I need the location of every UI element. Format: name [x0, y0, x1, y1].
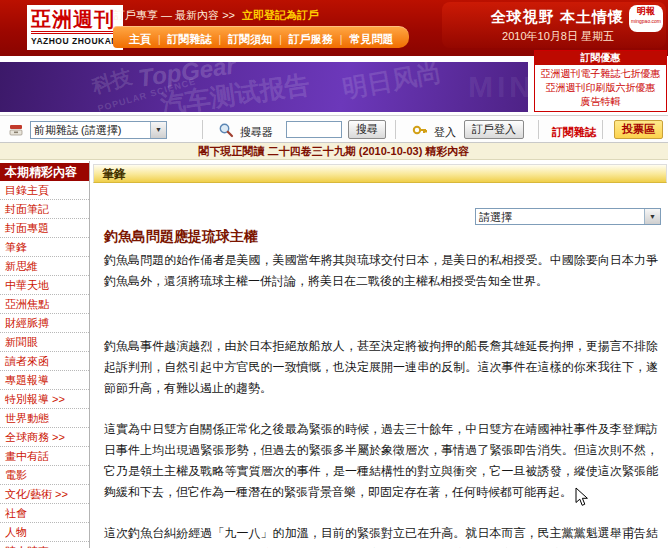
sidebar-item-movies[interactable]: 電影	[0, 466, 89, 485]
article-paragraph: 釣魚島問題的始作俑者是美國，美國當年將其與琉球交付日本，是美日的私相授受。中國除…	[104, 250, 658, 292]
article-body: 釣魚島問題的始作俑者是美國，美國當年將其與琉球交付日本，是美日的私相授受。中國除…	[104, 250, 658, 548]
article-select-value: 請選擇	[476, 209, 644, 224]
issue-index-sidebar: 本期精彩內容 目錄主頁 封面筆記 封面專題 筆鋒 新思維 中華天地 亞洲焦點 財…	[0, 161, 90, 548]
site-header: 全球視野 本土情懷 2010年10月8日 星期五 明報 mingpao.com …	[0, 0, 668, 56]
article-paragraph: 這實為中日雙方自關係正常化之後最為緊張的時候，過去三十餘年，中日雙方在靖國神社事…	[104, 419, 658, 503]
nav-subscriber-services[interactable]: 訂戶服務	[289, 33, 333, 45]
archive-icon	[8, 122, 24, 138]
site-logo-chinese: 亞洲週刊	[31, 7, 119, 34]
search-icon	[218, 122, 234, 138]
sidebar-item-special-report[interactable]: 特別報導 >>	[0, 390, 89, 409]
sidebar-item-china-world[interactable]: 中華天地	[0, 276, 89, 295]
previous-issues-select[interactable]: 前期雜誌 (請選擇) ▼	[30, 121, 167, 139]
mingpao-logo[interactable]: 明報 mingpao.com	[629, 5, 663, 32]
current-date: 2010年10月8日 星期五	[502, 29, 614, 44]
sidebar-item-picture-talk[interactable]: 畫中有話	[0, 447, 89, 466]
article-paragraph: 這次釣魚台糾紛經過「九一八」的加溫，目前的緊張對立已在升高。就日本而言，民主黨黨…	[104, 523, 658, 548]
sidebar-item-culture-art[interactable]: 文化/藝術 >>	[0, 485, 89, 504]
site-slogan: 全球視野 本土情懷	[491, 8, 624, 27]
article-title: 釣魚島問題應提琉球主權	[104, 228, 258, 246]
sidebar-item-contents-home[interactable]: 目錄主頁	[0, 181, 89, 200]
site-logo[interactable]: 亞洲週刊 YAZHOU ZHOUKAN	[27, 5, 123, 50]
slogan-panel: 全球視野 本土情懷 2010年10月8日 星期五 明報 mingpao.com	[442, 2, 666, 48]
chevron-down-icon: ▼	[150, 122, 166, 138]
nav-home[interactable]: 主頁	[129, 33, 151, 45]
sidebar-item-current-affairs[interactable]: 時人時事	[0, 542, 89, 548]
banner-watermark: MING	[468, 70, 528, 104]
subscriber-promo-line: 訂戶專享 — 最新內容 >> 立即登記為訂戶	[114, 8, 319, 23]
site-logo-english: YAZHOU ZHOUKAN	[31, 36, 119, 46]
search-input[interactable]	[286, 121, 342, 138]
promo-link-ad-special[interactable]: 廣告特輯	[535, 95, 666, 109]
sidebar-item-cover-story[interactable]: 封面專題	[0, 219, 89, 238]
chevron-down-icon: ▼	[644, 209, 660, 224]
ad-banner[interactable]: 科技 POPULAR SCIENCE TopGear 汽车测试报告 明日风尚 M…	[0, 62, 528, 112]
toolbar-divider	[202, 120, 203, 139]
sidebar-item-readers-letters[interactable]: 讀者來函	[0, 352, 89, 371]
search-button[interactable]: 搜尋	[348, 120, 386, 139]
promo-box-title: 訂閱優惠	[535, 51, 666, 65]
vote-area-button[interactable]: 投票區	[614, 120, 663, 139]
banner-watermark: 明日风尚	[340, 62, 444, 105]
subscribe-magazine-link[interactable]: 訂閱雜誌	[552, 125, 596, 140]
sidebar-title: 本期精彩內容	[0, 163, 89, 181]
now-reading-notice: 閣下現正閱讀 二十四卷三十九期 (2010-10-03) 精彩內容	[0, 143, 668, 160]
promo-link-ezine-discount[interactable]: 亞洲週刊電子雜誌七折優惠	[535, 67, 666, 81]
sidebar-item-pen-point[interactable]: 筆鋒	[0, 238, 89, 257]
previous-issues-select-value: 前期雜誌 (請選擇)	[31, 122, 150, 138]
nav-subscribe-magazine[interactable]: 訂閱雜誌	[168, 33, 212, 45]
subscriber-promo-text: 訂戶專享 — 最新內容 >>	[114, 9, 235, 21]
toolbar-divider	[602, 120, 603, 139]
promo-links: 亞洲週刊電子雜誌七折優惠 亞洲週刊印刷版六折優惠 廣告特輯	[535, 65, 666, 109]
register-subscriber-link[interactable]: 立即登記為訂戶	[242, 9, 319, 21]
promo-box: 訂閱優惠 亞洲週刊電子雜誌七折優惠 亞洲週刊印刷版六折優惠 廣告特輯	[534, 50, 667, 112]
search-engine-label: 搜尋器	[240, 125, 273, 140]
toolbar: 前期雜誌 (請選擇) ▼ 搜尋器 搜尋 登入 訂戶登入 訂閱雜誌 投票區	[0, 115, 668, 143]
page: 全球視野 本土情懷 2010年10月8日 星期五 明報 mingpao.com …	[0, 0, 668, 548]
sidebar-item-new-thinking[interactable]: 新思維	[0, 257, 89, 276]
section-header: 筆鋒	[93, 164, 667, 183]
sidebar-item-finance-pulse[interactable]: 財經脈搏	[0, 314, 89, 333]
sidebar-item-asia-focus[interactable]: 亞洲焦點	[0, 295, 89, 314]
sidebar-item-global-business[interactable]: 全球商務 >>	[0, 428, 89, 447]
article-paragraph: 釣魚島事件越演越烈，由於日本拒絕放船放人，甚至決定將被拘押的船長詹其雄延長拘押，…	[104, 336, 658, 399]
mingpao-logo-text: 明報	[629, 5, 663, 18]
sidebar-list: 目錄主頁 封面筆記 封面專題 筆鋒 新思維 中華天地 亞洲焦點 財經脈搏 新聞眼…	[0, 181, 89, 548]
promo-link-print-discount[interactable]: 亞洲週刊印刷版六折優惠	[535, 81, 666, 95]
mingpao-domain-text: mingpao.com	[629, 18, 663, 24]
toolbar-divider	[538, 120, 539, 139]
article-content: 筆鋒 請選擇 ▼ 釣魚島問題應提琉球主權 釣魚島問題的始作俑者是美國，美國當年將…	[91, 161, 668, 548]
nav-faq[interactable]: 常見問題	[349, 33, 393, 45]
sidebar-item-people[interactable]: 人物	[0, 523, 89, 542]
sidebar-item-special-topic[interactable]: 專題報導	[0, 371, 89, 390]
main-nav: 主頁|訂閱雜誌|訂閱須知|訂戶服務|常見問題	[113, 26, 409, 48]
nav-separator: |	[340, 34, 343, 45]
sidebar-item-news-eye[interactable]: 新聞眼	[0, 333, 89, 352]
nav-separator: |	[219, 34, 222, 45]
sidebar-item-world-trends[interactable]: 世界動態	[0, 409, 89, 428]
toolbar-divider	[395, 120, 396, 139]
nav-separator: |	[279, 34, 282, 45]
subscriber-login-button[interactable]: 訂戶登入	[464, 120, 524, 139]
login-label: 登入	[434, 125, 456, 140]
nav-subscription-info[interactable]: 訂閱須知	[228, 33, 272, 45]
sidebar-item-society[interactable]: 社會	[0, 504, 89, 523]
login-key-icon	[412, 122, 428, 138]
article-select[interactable]: 請選擇 ▼	[475, 208, 661, 225]
sidebar-item-cover-notes[interactable]: 封面筆記	[0, 200, 89, 219]
nav-separator: |	[158, 34, 161, 45]
